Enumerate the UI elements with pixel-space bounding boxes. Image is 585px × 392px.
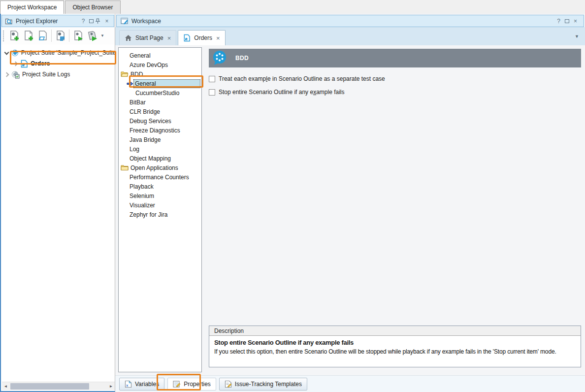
tree-item-label: Project Suite 'Sample_Project_Suite' (1 …	[21, 49, 115, 56]
open-project-button[interactable]	[35, 29, 50, 43]
description-title: Stop entire Scenario Outline if any exam…	[214, 339, 576, 346]
document-tab-bar: Start Page × Orders × ▼	[115, 27, 585, 45]
tree-item-label: Project Suite Logs	[22, 71, 70, 78]
nav-label: Visualizer	[130, 202, 155, 209]
nav-label: General	[135, 80, 156, 87]
settings-nav-item[interactable]: General	[119, 51, 201, 60]
tab-list-dropdown-icon[interactable]: ▼	[575, 34, 579, 39]
settings-nav-item[interactable]: Java Bridge	[119, 135, 201, 144]
close-icon[interactable]: ×	[103, 18, 111, 25]
add-project-item-button[interactable]	[21, 29, 35, 43]
checkbox-unchecked[interactable]	[209, 76, 215, 82]
scrollbar-thumb[interactable]	[10, 383, 89, 390]
settings-nav-item[interactable]: BitBar	[119, 98, 201, 107]
tab-properties[interactable]: Properties	[167, 378, 216, 391]
svg-text:x: x	[126, 383, 129, 388]
settings-nav-item[interactable]: CLR Bridge	[119, 107, 201, 116]
workspace-header: Workspace ? ×	[116, 15, 584, 27]
add-project-suite-button[interactable]	[7, 29, 21, 43]
project-suite-icon	[11, 49, 19, 57]
tab-start-page[interactable]: Start Page ×	[119, 30, 176, 45]
project-explorer-toolbar: ▼	[1, 27, 115, 44]
settings-nav-item[interactable]: Selenium	[119, 191, 201, 200]
run-project-suite-button[interactable]	[85, 29, 99, 43]
nav-label: Log	[130, 146, 139, 153]
bottom-tab-bar: x Variables Properties Issue-Tracking Te…	[115, 375, 585, 392]
expand-icon[interactable]	[13, 61, 18, 66]
close-tab-icon[interactable]: ×	[167, 34, 171, 42]
nav-label: CucumberStudio	[135, 90, 179, 97]
properties-icon	[173, 380, 181, 388]
tab-project-workspace[interactable]: Project Workspace	[0, 0, 64, 14]
checkbox-unchecked[interactable]	[209, 89, 215, 96]
project-explorer-icon	[5, 17, 13, 25]
settings-nav-item[interactable]: Visualizer	[119, 200, 201, 210]
tab-issue-tracking-templates[interactable]: Issue-Tracking Templates	[219, 378, 307, 391]
settings-nav-item[interactable]: Playback	[119, 182, 201, 191]
settings-nav-item[interactable]: Freeze Diagnostics	[119, 126, 201, 135]
bdd-settings-panel: BDD Treat each example in Scenario Outli…	[209, 49, 581, 96]
tab-label: Properties	[184, 381, 211, 388]
home-icon	[125, 34, 132, 41]
horizontal-scrollbar[interactable]: ◄ ►	[2, 382, 115, 390]
tab-orders[interactable]: Orders ×	[178, 30, 225, 45]
tab-label: Issue-Tracking Templates	[235, 381, 302, 388]
settings-nav-item-general-selected[interactable]: General	[119, 79, 201, 88]
open-folder-icon	[121, 71, 129, 77]
settings-nav-item[interactable]: Object Mapping	[119, 154, 201, 163]
tree-item-project-suite-logs[interactable]: Project Suite Logs	[1, 69, 115, 80]
closed-folder-icon	[121, 164, 129, 171]
bdd-banner-title: BDD	[235, 55, 249, 62]
bdd-options: Treat each example in Scenario Outline a…	[209, 75, 581, 96]
option-treat-each-example[interactable]: Treat each example in Scenario Outline a…	[209, 75, 581, 82]
collapse-icon[interactable]	[4, 50, 9, 55]
scroll-right-icon[interactable]: ►	[107, 384, 115, 389]
tree-item-orders[interactable]: Orders	[1, 58, 115, 69]
nav-label: Debug Services	[130, 118, 171, 125]
expand-icon[interactable]	[4, 72, 9, 77]
scroll-left-icon[interactable]: ◄	[2, 384, 9, 389]
description-header: Description	[209, 326, 581, 336]
tab-label: Start Page	[135, 34, 163, 41]
close-tab-icon[interactable]: ×	[216, 34, 220, 42]
toolbar-dropdown-icon[interactable]: ▼	[100, 33, 104, 38]
tree-item-project-suite[interactable]: Project Suite 'Sample_Project_Suite' (1 …	[1, 47, 115, 58]
pin-icon[interactable]	[95, 18, 103, 24]
toolbar-separator	[69, 30, 69, 42]
tab-object-browser[interactable]: Object Browser	[65, 0, 120, 14]
settings-nav-folder-bdd[interactable]: BDD	[119, 69, 201, 79]
project-explorer-panel: Project Explorer ? ×	[0, 14, 115, 392]
help-icon[interactable]: ?	[79, 18, 87, 25]
settings-nav-list: General Azure DevOps BDD General Cucumbe…	[118, 47, 202, 372]
nav-label: BitBar	[130, 99, 146, 106]
help-icon[interactable]: ?	[554, 18, 563, 25]
settings-nav-item[interactable]: Zephyr for Jira	[119, 210, 201, 219]
settings-nav-item[interactable]: Azure DevOps	[119, 60, 201, 69]
settings-nav-item[interactable]: Log	[119, 144, 201, 154]
toolbar-grip[interactable]	[3, 31, 5, 41]
tab-variables[interactable]: x Variables	[119, 378, 164, 391]
option-stop-entire-outline[interactable]: Stop entire Scenario Outline if any exam…	[209, 89, 581, 96]
settings-nav-item[interactable]: CucumberStudio	[119, 88, 201, 98]
description-body: Stop entire Scenario Outline if any exam…	[209, 336, 581, 358]
workspace-icon	[121, 17, 129, 25]
bdd-icon	[212, 50, 228, 66]
organize-project-items-button[interactable]	[53, 29, 67, 43]
settings-nav-item[interactable]: Debug Services	[119, 116, 201, 126]
settings-nav-folder-open-applications[interactable]: Open Applications	[119, 163, 201, 172]
nav-label: Selenium	[130, 193, 154, 199]
run-project-button[interactable]	[71, 29, 85, 43]
project-icon	[183, 34, 191, 42]
nav-label: Playback	[130, 183, 154, 190]
bdd-banner: BDD	[209, 49, 581, 67]
nav-label: Object Mapping	[130, 155, 171, 162]
option-label: Treat each example in Scenario Outline a…	[219, 75, 385, 82]
logs-icon	[11, 70, 20, 79]
main-tab-bar: Project Workspace Object Browser	[0, 0, 585, 14]
settings-nav-item[interactable]: Performance Counters	[119, 172, 201, 182]
close-icon[interactable]: ×	[571, 18, 580, 25]
nav-label: Freeze Diagnostics	[130, 127, 180, 134]
nav-label: Zephyr for Jira	[130, 211, 167, 218]
maximize-icon[interactable]	[563, 18, 571, 25]
maximize-icon[interactable]	[87, 18, 95, 25]
